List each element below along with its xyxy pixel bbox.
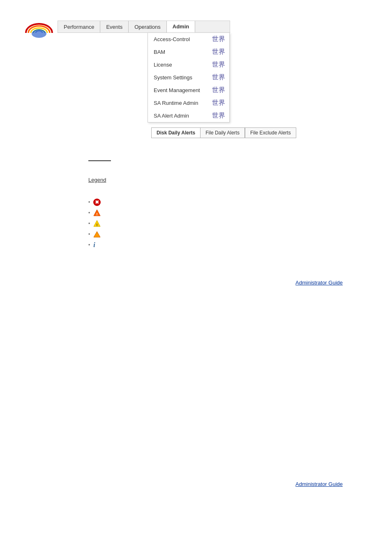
legend-item-warning-orange: • !: [88, 209, 106, 217]
minor-icon: [93, 231, 101, 238]
nav-operations[interactable]: Operations: [129, 21, 167, 32]
info-icon: i: [93, 241, 95, 249]
legend-item-info: • i: [88, 241, 106, 249]
legend-separator: [88, 160, 111, 161]
bottom-link-2[interactable]: Administrator Guide: [295, 481, 343, 487]
header: Performance Events Operations Admin Acce…: [0, 0, 392, 39]
computer-icon-5: 世界: [212, 99, 225, 107]
dropdown-access-control[interactable]: Access-Control 世界: [148, 33, 229, 46]
legend-list: • ✖ • ! • ! • • i: [88, 199, 106, 249]
legend-title: Legend: [88, 177, 106, 183]
svg-point-6: [32, 30, 46, 38]
navbar: Performance Events Operations Admin Acce…: [58, 21, 230, 33]
svg-text:!: !: [97, 223, 98, 227]
warning-orange-icon: !: [93, 209, 101, 217]
dropdown-event-management[interactable]: Event Management 世界: [148, 84, 229, 97]
dropdown-sa-runtime-admin[interactable]: SA Runtime Admin 世界: [148, 97, 229, 109]
logo-icon: [25, 16, 53, 39]
admin-dropdown: Access-Control 世界 BAM 世界 License 世界 Syst…: [148, 32, 230, 123]
tab-file-exclude-alerts[interactable]: File Exclude Alerts: [245, 127, 296, 138]
nav-events[interactable]: Events: [100, 21, 129, 32]
computer-icon-6: 世界: [212, 111, 225, 120]
nav-admin[interactable]: Admin: [167, 21, 195, 32]
dropdown-system-settings[interactable]: System Settings 世界: [148, 71, 229, 84]
legend-item-critical: • ✖: [88, 199, 106, 206]
svg-text:!: !: [97, 212, 98, 216]
tab-file-daily-alerts[interactable]: File Daily Alerts: [200, 127, 245, 138]
computer-icon-3: 世界: [212, 73, 225, 82]
sub-tabs-container: Disk Daily Alerts File Daily Alerts File…: [151, 127, 296, 138]
legend-item-warning-yellow: • !: [88, 220, 106, 227]
computer-icon-2: 世界: [212, 60, 225, 69]
nav-performance[interactable]: Performance: [58, 21, 100, 32]
bottom-link-2-container: Administrator Guide: [295, 481, 343, 487]
legend-section: Legend • ✖ • ! • ! •: [88, 177, 106, 252]
svg-marker-17: [94, 231, 100, 237]
critical-icon: ✖: [93, 199, 101, 206]
legend-item-minor: •: [88, 231, 106, 238]
tab-disk-daily-alerts[interactable]: Disk Daily Alerts: [151, 127, 201, 138]
computer-icon-0: 世界: [212, 35, 225, 44]
computer-icon-4: 世界: [212, 86, 225, 95]
warning-yellow-icon: !: [93, 220, 101, 227]
dropdown-bam[interactable]: BAM 世界: [148, 46, 229, 58]
dropdown-license[interactable]: License 世界: [148, 58, 229, 71]
bottom-link-1[interactable]: Administrator Guide: [295, 280, 343, 286]
bottom-link-1-container: Administrator Guide: [295, 280, 343, 286]
computer-icon-1: 世界: [212, 48, 225, 56]
dropdown-sa-alert-admin[interactable]: SA Alert Admin 世界: [148, 109, 229, 122]
